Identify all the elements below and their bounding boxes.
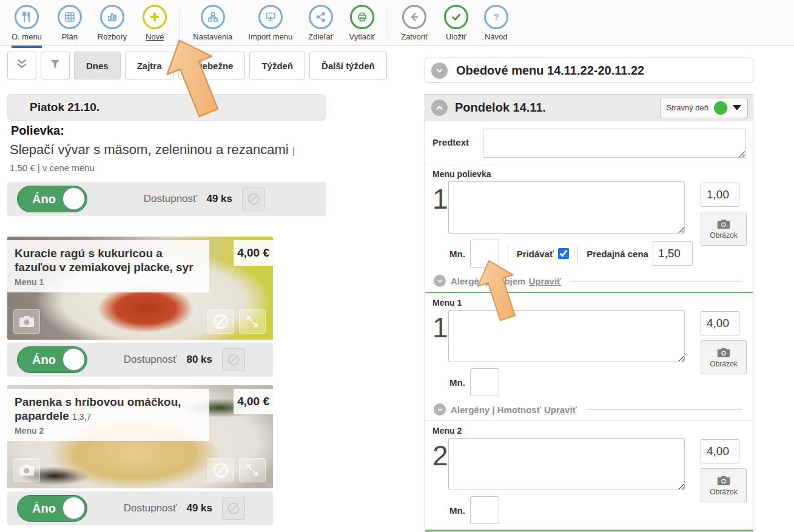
sale-price-input[interactable]: [653, 241, 693, 266]
soup-text-input[interactable]: [448, 181, 685, 234]
day-header: Pondelok 14.11. Stravný deň: [425, 95, 753, 121]
section-label: Menu 1: [432, 298, 745, 308]
mn-label: Mn.: [449, 377, 465, 388]
menu1-price-input[interactable]: [701, 311, 739, 335]
divider: [508, 244, 508, 263]
app-window: O. menu Plán Rozbory No: [0, 0, 794, 532]
circle-slash-icon: [226, 501, 241, 516]
svg-text:?: ?: [493, 12, 499, 22]
divider: [577, 244, 578, 263]
toolbar-item-zdielat[interactable]: Zdieľať: [300, 5, 341, 41]
divider: [587, 409, 742, 410]
plus-icon: [143, 5, 167, 29]
menu2-disable-button[interactable]: [222, 497, 245, 520]
menu1-disable-button[interactable]: [222, 348, 245, 371]
menu2-toggle[interactable]: Áno: [17, 495, 87, 522]
food-card-menu1[interactable]: Kuracie ragú s kukuricou a fazuľou v zem…: [7, 237, 273, 340]
menu2-image-button[interactable]: Obrázok: [701, 468, 747, 502]
tab-priebezne[interactable]: Priebežne: [178, 52, 246, 79]
filter-row: Dnes Zajtra Priebežne Týždeň Ďalší týžde…: [7, 52, 387, 79]
collapse-all-button[interactable]: [7, 52, 36, 79]
toggle-knob: [62, 187, 85, 210]
share-icon: [309, 5, 333, 29]
day-type-dropdown[interactable]: Stravný deň: [660, 98, 748, 118]
toggle-knob: [62, 348, 85, 371]
day-type-label: Stravný deň: [667, 103, 708, 112]
toolbar-item-vytlacit[interactable]: Vytlačiť: [341, 5, 383, 41]
toolbar-item-nove[interactable]: Nové: [135, 5, 175, 41]
allergens-row: Alergény | Objem Upraviť: [434, 275, 745, 287]
chevron-down-circle-icon[interactable]: [434, 403, 446, 416]
tab-label: Dnes: [86, 61, 109, 71]
sale-price-label: Predajná cena: [587, 249, 648, 259]
camera-icon: [717, 347, 730, 359]
menu1-quantity-input[interactable]: [470, 368, 499, 396]
tab-dalsi-tyzden[interactable]: Ďalší týždeň: [309, 52, 387, 79]
tab-zajtra[interactable]: Zajtra: [125, 52, 174, 79]
menu1-text-input[interactable]: [448, 310, 685, 362]
toolbar-item-navod[interactable]: ? Návod: [476, 5, 516, 41]
food-title: Panenka s hríbovou omáčkou, papardele: [15, 396, 181, 422]
day-title: Pondelok 14.11.: [455, 101, 546, 115]
toolbar-item-rozbory[interactable]: Rozbory: [90, 5, 135, 41]
filter-button[interactable]: [41, 52, 70, 79]
pridavat-checkbox[interactable]: [558, 248, 569, 259]
allergens-label: Alergény | Objem: [451, 276, 525, 286]
edit-allergens-link[interactable]: Upraviť: [544, 405, 577, 415]
week-header[interactable]: Obedové menu 14.11.22-20.11.22: [425, 58, 753, 83]
toggle-label: Áno: [32, 192, 56, 206]
bar-chart-icon: [100, 5, 124, 29]
toolbar-item-o-menu[interactable]: O. menu: [4, 5, 50, 48]
section-menu-2: Menu 2 2 Obrázok Mn.: [425, 421, 753, 532]
circle-slash-icon: [212, 312, 230, 331]
section-number: 1: [432, 181, 448, 234]
week-title: Obedové menu 14.11.22-20.11.22: [456, 64, 644, 78]
status-dot-green: [714, 101, 727, 115]
soup-disable-button[interactable]: [242, 187, 265, 210]
availability-label: Dostupnosť: [124, 354, 177, 366]
soup-price-input[interactable]: [701, 183, 739, 207]
chevron-down-circle-icon[interactable]: [434, 275, 446, 287]
menu2-text-input[interactable]: [448, 438, 685, 490]
toolbar: O. menu Plán Rozbory No: [0, 0, 794, 46]
food-card-menu2[interactable]: Panenka s hríbovou omáčkou, papardele 1,…: [7, 385, 273, 488]
chevron-down-circle-icon[interactable]: [431, 62, 448, 79]
edit-allergens-link[interactable]: Upraviť: [528, 276, 561, 286]
menu2-price-input[interactable]: [701, 439, 739, 463]
availability-value: 49 ks: [206, 193, 232, 205]
soup-quantity-input[interactable]: [470, 240, 499, 268]
soup-image-button[interactable]: Obrázok: [701, 212, 747, 246]
menu2-quantity-input[interactable]: [470, 496, 499, 524]
toolbar-item-label: Zatvoriť: [401, 32, 428, 41]
toolbar-item-nastavenia[interactable]: Nastavenia: [185, 5, 240, 41]
expand-image-button[interactable]: [239, 309, 266, 334]
plan-grid-icon: [58, 5, 82, 29]
chevron-up-circle-icon[interactable]: [431, 99, 448, 116]
expand-icon: [245, 314, 260, 329]
left-day-header[interactable]: Piatok 21.10.: [7, 94, 326, 121]
toolbar-item-zatvorit[interactable]: Zatvoriť: [393, 5, 436, 41]
caret-down-icon: [733, 105, 741, 110]
food-price-tag: 4,00 €: [234, 389, 273, 414]
tab-dnes[interactable]: Dnes: [74, 52, 121, 79]
toolbar-item-ulozit[interactable]: Uložiť: [436, 5, 476, 41]
tab-tyzden[interactable]: Týždeň: [249, 52, 305, 79]
expand-icon: [245, 463, 260, 477]
circle-slash-icon: [246, 192, 261, 206]
menu1-image-button[interactable]: Obrázok: [701, 340, 747, 374]
photo-button[interactable]: [13, 458, 40, 482]
expand-image-button[interactable]: [239, 458, 266, 482]
toolbar-item-import-menu[interactable]: Import menu: [240, 5, 300, 41]
question-icon: ?: [484, 5, 508, 29]
disable-image-button[interactable]: [207, 458, 234, 482]
photo-button[interactable]: [13, 309, 40, 334]
camera-icon: [717, 218, 730, 230]
predtext-input[interactable]: [483, 129, 745, 158]
section-menu-polievka: Menu polievka 1 Obrázok Mn. P: [425, 164, 753, 293]
menu1-toggle[interactable]: Áno: [17, 346, 87, 373]
soup-toggle[interactable]: Áno: [17, 186, 87, 212]
toolbar-item-plan[interactable]: Plán: [50, 5, 90, 41]
toolbar-item-label: Zdieľať: [308, 32, 333, 41]
section-label: Menu polievka: [432, 169, 745, 179]
disable-image-button[interactable]: [207, 309, 234, 334]
